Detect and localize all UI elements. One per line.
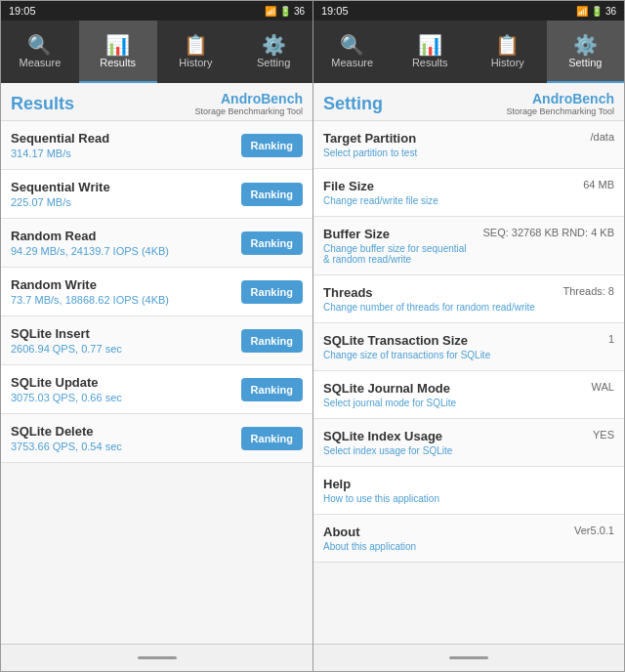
setting-left: Help How to use this application xyxy=(323,477,439,504)
setting-name: About xyxy=(323,525,416,539)
tab-history-label-1: History xyxy=(179,58,212,68)
battery-icon: 🔋 xyxy=(279,6,291,17)
tab-setting-label-2: Setting xyxy=(568,58,602,68)
tab-results-1[interactable]: 📊 Results xyxy=(79,21,157,83)
ranking-button[interactable]: Ranking xyxy=(241,183,303,206)
setting-name: Threads xyxy=(323,285,535,300)
result-value: 225.07 MB/s xyxy=(11,196,110,208)
logo-plain-2: Andro xyxy=(532,91,572,106)
settings-header: Setting AndroBench Storage Benchmarking … xyxy=(313,83,624,121)
status-bar-1: 19:05 📶 🔋 36 xyxy=(1,1,312,21)
tab-history-label-2: History xyxy=(491,58,524,68)
time-1: 19:05 xyxy=(9,5,36,17)
tab-setting-2[interactable]: ⚙️ Setting xyxy=(547,21,625,83)
setting-name: SQLite Index Usage xyxy=(323,429,452,443)
setting-item[interactable]: Target Partition Select partition to tes… xyxy=(313,121,624,169)
tab-results-label-1: Results xyxy=(100,58,136,68)
status-icons-1: 📶 🔋 36 xyxy=(265,6,305,17)
history-icon-1: 📋 xyxy=(184,35,208,55)
setting-icon-1: ⚙️ xyxy=(262,35,286,55)
ranking-button[interactable]: Ranking xyxy=(241,134,303,157)
logo-sub-1: Storage Benchmarking Tool xyxy=(195,106,303,116)
tab-measure-2[interactable]: 🔍 Measure xyxy=(313,21,392,83)
battery-icon-2: 🔋 xyxy=(591,6,603,17)
ranking-button[interactable]: Ranking xyxy=(241,329,303,353)
setting-desc: Change buffer size for sequential & rand… xyxy=(323,243,475,265)
tab-bar-1: 🔍 Measure 📊 Results 📋 History ⚙️ Setting xyxy=(1,21,312,83)
results-list: Sequential Read 314.17 MB/s Ranking Sequ… xyxy=(1,121,312,463)
ranking-button[interactable]: Ranking xyxy=(241,378,303,401)
setting-left: Threads Change number of threads for ran… xyxy=(323,285,535,313)
result-value: 2606.94 QPS, 0.77 sec xyxy=(11,343,122,355)
bottom-bar-2 xyxy=(313,644,624,671)
result-value: 314.17 MB/s xyxy=(11,147,109,159)
home-indicator-1[interactable] xyxy=(138,656,177,659)
ranking-button[interactable]: Ranking xyxy=(241,427,303,450)
setting-name: SQLite Journal Mode xyxy=(323,381,456,396)
settings-content: Setting AndroBench Storage Benchmarking … xyxy=(313,83,624,644)
setting-item[interactable]: Threads Change number of threads for ran… xyxy=(313,275,624,323)
result-name: Random Read xyxy=(11,229,169,243)
result-name: SQLite Delete xyxy=(11,424,122,439)
tab-results-2[interactable]: 📊 Results xyxy=(392,21,470,83)
setting-name: Buffer Size xyxy=(323,227,475,241)
result-value: 73.7 MB/s, 18868.62 IOPS (4KB) xyxy=(11,294,169,306)
setting-left: About About this application xyxy=(323,525,416,552)
ranking-button[interactable]: Ranking xyxy=(241,280,303,304)
phone-results: 19:05 📶 🔋 36 🔍 Measure 📊 Results 📋 Histo… xyxy=(0,0,312,672)
setting-value: Threads: 8 xyxy=(562,285,614,297)
status-bar-2: 19:05 📶 🔋 36 xyxy=(313,1,624,21)
setting-desc: About this application xyxy=(323,541,416,552)
home-indicator-2[interactable] xyxy=(449,656,488,659)
tab-measure-label-1: Measure xyxy=(19,58,61,68)
history-icon-2: 📋 xyxy=(495,35,520,55)
tab-history-1[interactable]: 📋 History xyxy=(157,21,235,83)
setting-item[interactable]: Buffer Size Change buffer size for seque… xyxy=(313,217,624,275)
setting-item[interactable]: SQLite Index Usage Select index usage fo… xyxy=(313,419,624,467)
tab-results-label-2: Results xyxy=(412,58,448,68)
result-text: SQLite Insert 2606.94 QPS, 0.77 sec xyxy=(11,326,122,355)
logo-area-1: AndroBench Storage Benchmarking Tool xyxy=(195,91,303,116)
ranking-button[interactable]: Ranking xyxy=(241,231,303,255)
result-value: 3753.66 QPS, 0.54 sec xyxy=(11,441,122,452)
logo-area-2: AndroBench Storage Benchmarking Tool xyxy=(507,91,614,116)
logo-sub-2: Storage Benchmarking Tool xyxy=(507,106,614,116)
logo-accent-2: Bench xyxy=(572,91,614,106)
setting-left: File Size Change read/write file size xyxy=(323,179,438,206)
tab-history-2[interactable]: 📋 History xyxy=(469,21,547,83)
battery-level-2: 36 xyxy=(605,6,616,17)
logo-name-2: AndroBench xyxy=(507,91,614,106)
setting-desc: How to use this application xyxy=(323,493,439,504)
logo-plain-1: Andro xyxy=(221,91,261,106)
setting-desc: Select partition to test xyxy=(323,147,417,158)
setting-value: SEQ: 32768 KB RND: 4 KB xyxy=(482,227,614,238)
setting-left: Buffer Size Change buffer size for seque… xyxy=(323,227,475,265)
results-content: Results AndroBench Storage Benchmarking … xyxy=(1,83,312,644)
battery-level-1: 36 xyxy=(294,6,305,17)
setting-item[interactable]: File Size Change read/write file size 64… xyxy=(313,169,624,217)
result-name: Sequential Read xyxy=(11,131,109,146)
setting-value: Ver5.0.1 xyxy=(574,525,614,536)
setting-value: 1 xyxy=(608,333,614,345)
setting-item[interactable]: SQLite Transaction Size Change size of t… xyxy=(313,323,624,371)
setting-desc: Select index usage for SQLite xyxy=(323,445,452,456)
tab-setting-1[interactable]: ⚙️ Setting xyxy=(234,21,312,83)
result-name: SQLite Insert xyxy=(11,326,122,341)
setting-item[interactable]: Help How to use this application xyxy=(313,467,624,515)
measure-icon-2: 🔍 xyxy=(340,35,364,55)
results-icon-1: 📊 xyxy=(105,35,130,55)
result-value: 94.29 MB/s, 24139.7 IOPS (4KB) xyxy=(11,245,169,257)
setting-left: SQLite Index Usage Select index usage fo… xyxy=(323,429,452,456)
result-item: Sequential Read 314.17 MB/s Ranking xyxy=(1,121,312,170)
setting-item[interactable]: About About this application Ver5.0.1 xyxy=(313,515,624,563)
setting-item[interactable]: SQLite Journal Mode Select journal mode … xyxy=(313,371,624,419)
status-icons-2: 📶 🔋 36 xyxy=(576,6,616,17)
time-2: 19:05 xyxy=(321,5,349,17)
setting-name: Target Partition xyxy=(323,131,417,146)
setting-desc: Change read/write file size xyxy=(323,195,438,206)
result-item: SQLite Update 3075.03 QPS, 0.66 sec Rank… xyxy=(1,365,312,414)
tab-measure-1[interactable]: 🔍 Measure xyxy=(1,21,79,83)
setting-left: Target Partition Select partition to tes… xyxy=(323,131,417,158)
bottom-bar-1 xyxy=(1,644,312,671)
setting-desc: Change number of threads for random read… xyxy=(323,302,535,313)
